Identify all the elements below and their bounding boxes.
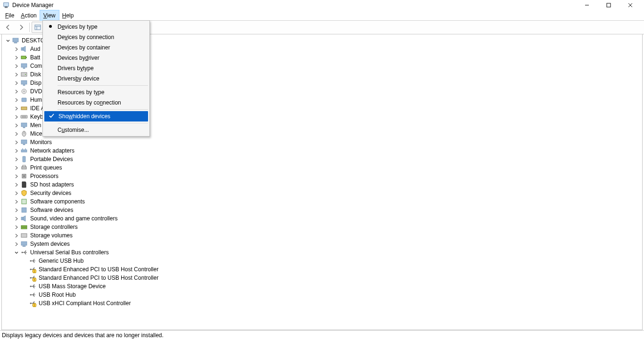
back-button[interactable] <box>2 22 14 33</box>
svg-rect-22 <box>21 81 27 84</box>
menu-help[interactable]: Help <box>59 10 77 20</box>
svg-text:!: ! <box>34 304 35 307</box>
menu-file[interactable]: File <box>2 10 17 20</box>
view-menu-item[interactable]: Devices by type <box>43 22 149 32</box>
view-menu-item[interactable]: Drivers by type <box>43 63 149 73</box>
mouse-icon <box>20 130 28 138</box>
chevron-right-icon[interactable] <box>13 207 19 213</box>
view-menu-item[interactable]: Devices by driver <box>43 53 149 63</box>
tree-category[interactable]: Storage volumes <box>3 231 642 240</box>
svg-rect-28 <box>21 115 27 118</box>
tree-device[interactable]: !USB xHCI Compliant Host Controller <box>3 299 642 308</box>
chevron-right-icon[interactable] <box>13 241 19 247</box>
chevron-right-icon[interactable] <box>13 122 19 128</box>
audio-icon <box>20 215 28 222</box>
tree-category[interactable]: Security devices <box>3 189 642 197</box>
svg-rect-31 <box>21 123 27 127</box>
chevron-right-icon[interactable] <box>13 97 19 103</box>
chevron-right-icon[interactable] <box>13 63 19 69</box>
chevron-right-icon[interactable] <box>13 114 19 120</box>
svg-rect-0 <box>4 3 9 7</box>
chevron-right-icon[interactable] <box>13 55 19 60</box>
chevron-right-icon[interactable] <box>13 72 19 77</box>
maximize-button[interactable] <box>598 0 619 10</box>
monitor-icon <box>20 121 28 129</box>
chevron-right-icon[interactable] <box>13 131 19 137</box>
status-text: Displays legacy devices and devices that… <box>2 332 164 339</box>
tree-category[interactable]: Software components <box>3 197 642 206</box>
chevron-right-icon[interactable] <box>13 165 19 170</box>
chevron-right-icon[interactable] <box>13 105 19 111</box>
svg-rect-35 <box>21 140 27 144</box>
chevron-right-icon[interactable] <box>13 46 19 52</box>
view-menu-item[interactable]: Resources by connection <box>43 97 149 108</box>
view-menu-item[interactable]: Devices by connection <box>43 32 149 42</box>
chevron-right-icon[interactable] <box>13 190 19 196</box>
tree-category[interactable]: System devices <box>3 240 642 248</box>
view-menu-item[interactable]: Devices by container <box>43 42 149 53</box>
chevron-right-icon[interactable] <box>13 148 19 154</box>
forward-button[interactable] <box>15 22 27 33</box>
tree-device[interactable]: Generic USB Hub <box>3 257 642 265</box>
chevron-right-icon[interactable] <box>13 216 19 221</box>
view-menu-item[interactable]: Resources by type <box>43 87 149 97</box>
chevron-right-icon[interactable] <box>13 173 19 179</box>
chevron-right-icon[interactable] <box>13 80 19 86</box>
menu-view[interactable]: View <box>40 10 59 20</box>
svg-rect-37 <box>21 150 27 152</box>
chevron-down-icon[interactable] <box>5 38 10 43</box>
tree-device[interactable]: USB Mass Storage Device <box>3 282 642 291</box>
minimize-button[interactable] <box>576 0 598 10</box>
tree-category-usb[interactable]: Universal Serial Bus controllers <box>3 248 642 257</box>
tree-category[interactable]: Monitors <box>3 138 642 146</box>
chevron-right-icon[interactable] <box>13 233 19 238</box>
view-menu-item[interactable]: Show hidden devices <box>44 111 148 121</box>
tree-item-label: Print queues <box>29 164 63 171</box>
storage-icon <box>20 223 28 231</box>
tree-item-label: Universal Serial Bus controllers <box>29 249 110 256</box>
expand-placeholder <box>22 292 27 298</box>
tree-category[interactable]: Processors <box>3 172 642 180</box>
tree-category[interactable]: Software devices <box>3 206 642 214</box>
tree-item-label: DVD <box>29 88 43 95</box>
tree-item-label: Storage volumes <box>29 232 74 239</box>
battery-icon <box>20 54 28 61</box>
chevron-down-icon[interactable] <box>13 250 19 255</box>
monitor-icon <box>20 138 28 146</box>
svg-point-21 <box>25 74 26 75</box>
tree-device[interactable]: !Standard Enhanced PCI to USB Host Contr… <box>3 274 642 282</box>
chevron-right-icon[interactable] <box>13 89 19 94</box>
softcomp-icon <box>20 198 28 205</box>
system-icon <box>20 240 28 248</box>
tree-category[interactable]: Sound, video and game controllers <box>3 214 642 223</box>
menu-action[interactable]: Action <box>17 10 40 20</box>
chevron-right-icon[interactable] <box>13 182 19 187</box>
svg-rect-15 <box>21 48 23 50</box>
tree-device[interactable]: !Standard Enhanced PCI to USB Host Contr… <box>3 265 642 274</box>
tree-item-label: Generic USB Hub <box>38 258 84 264</box>
svg-point-25 <box>24 91 25 92</box>
close-button[interactable] <box>619 0 641 10</box>
tree-category[interactable]: Portable Devices <box>3 155 642 163</box>
svg-rect-16 <box>21 56 26 59</box>
view-menu-dropdown[interactable]: Devices by typeDevices by connectionDevi… <box>42 20 150 137</box>
view-menu-item[interactable]: Customise... <box>43 125 149 135</box>
tree-item-label: Software components <box>29 198 86 205</box>
chevron-right-icon[interactable] <box>13 199 19 204</box>
volume-icon <box>20 232 28 239</box>
tree-item-label: Disp <box>29 80 42 86</box>
tree-category[interactable]: Network adapters <box>3 146 642 155</box>
tree-device[interactable]: USB Root Hub <box>3 291 642 299</box>
tree-category[interactable]: Storage controllers <box>3 223 642 231</box>
tree-item-label: Standard Enhanced PCI to USB Host Contro… <box>38 266 159 273</box>
chevron-right-icon[interactable] <box>13 156 19 162</box>
tree-category[interactable]: SD host adapters <box>3 180 642 189</box>
menu-separator <box>58 109 148 110</box>
tree-item-label: Keyb <box>29 113 44 120</box>
chevron-right-icon[interactable] <box>13 224 19 230</box>
svg-rect-44 <box>23 175 25 177</box>
chevron-right-icon[interactable] <box>13 139 19 145</box>
view-menu-item[interactable]: Drivers by device <box>43 73 149 84</box>
tree-category[interactable]: Print queues <box>3 163 642 172</box>
svg-rect-36 <box>23 144 25 145</box>
